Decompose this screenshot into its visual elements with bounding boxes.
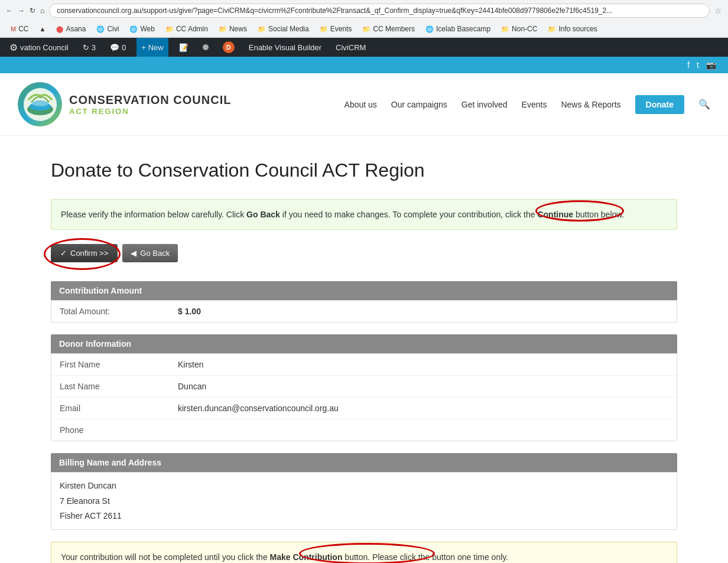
bookmark-web[interactable]: 🌐 Web [125,24,159,34]
bookmark-noncc[interactable]: 📁 Non-CC [496,24,542,34]
info-box-wrapper: Please verify the information below care… [51,199,677,230]
nav-news-reports[interactable]: News & Reports [561,97,620,112]
donor-info-header: Donor Information [51,334,677,353]
instagram-icon[interactable]: 📷 [706,60,716,70]
billing-name: Kirsten Duncan [60,479,668,493]
billing-street: 7 Eleanora St [60,494,668,509]
email-value: kirsten.duncan@conservationcouncil.org.a… [178,403,339,413]
back-arrow-icon: ◀ [131,249,136,258]
bookmark-asana[interactable]: ⬤ Asana [51,24,90,34]
last-name-label: Last Name [60,382,178,391]
folder-icon: 📁 [501,25,509,33]
admin-new-button[interactable]: + New [136,38,168,57]
logo-subtitle: ACT REGION [69,107,231,116]
site-header: CONSERVATION COUNCIL ACT REGION About us… [0,73,728,136]
folder-icon: 📁 [548,25,556,33]
continue-ref: Continue [537,210,573,219]
asana-icon: ⬤ [56,25,63,33]
bookmark-label: Info sources [558,25,597,33]
nav-forward-icon[interactable]: → [18,6,25,15]
warning-text-after: button. Please click the button one time… [342,552,508,562]
bookmark-label: Events [330,25,352,33]
svg-point-3 [32,100,48,106]
top-button-row: ✓ Confirm >> ◀ Go Back [51,244,178,262]
bookmark-icelab[interactable]: 🌐 Icelab Basecamp [421,24,495,34]
icelab-icon: 🌐 [425,25,434,33]
first-name-row: First Name Kirsten [51,354,677,376]
warning-text-before: Your contribution will not be completed … [61,552,270,562]
folder-icon: 📁 [320,25,328,33]
nav-back-icon[interactable]: ← [6,6,13,15]
bookmark-label: Asana [66,25,86,33]
total-value: $ 1.00 [178,307,201,316]
info-text-middle: if you need to make changes. To complete… [280,210,538,219]
folder-icon: 📁 [219,25,227,33]
bookmark-label: CC Members [373,25,415,33]
bookmark-infosources[interactable]: 📁 Info sources [543,24,602,34]
info-text-after: button below. [573,210,624,219]
civi-icon: 🌐 [96,25,105,33]
gmail-icon: M [11,25,16,32]
bookmark-label: Icelab Basecamp [436,25,490,33]
bookmark-drive[interactable]: ▲ [35,24,51,34]
wp-logo-icon: ⚙ [9,42,18,53]
bookmark-ccmembers[interactable]: 📁 CC Members [358,24,420,34]
search-icon[interactable]: 🔍 [698,99,710,110]
nav-get-involved[interactable]: Get involved [462,97,508,112]
bookmark-news[interactable]: 📁 News [214,24,252,34]
last-name-value: Duncan [178,382,206,391]
admin-bar: ⚙ vation Council ↻ 3 💬 0 + New 📝 D Enabl… [0,38,728,57]
logo-area[interactable]: CONSERVATION COUNCIL ACT REGION [18,82,231,126]
bookmark-ccadmin[interactable]: 📁 CC Admin [161,24,213,34]
admin-discourse[interactable]: D [219,38,238,57]
admin-updates[interactable]: ↻ 3 [79,38,99,57]
twitter-icon[interactable]: t [697,60,699,70]
go-back-button-top[interactable]: ◀ Go Back [122,244,178,262]
bookmark-events[interactable]: 📁 Events [315,24,357,34]
grey-dot-icon [203,44,209,50]
bookmark-label: CC [18,25,28,33]
billing-section: Billing Name and Address Kirsten Duncan … [51,453,677,530]
billing-city: Fisher ACT 2611 [60,509,668,523]
billing-address: Kirsten Duncan 7 Eleanora St Fisher ACT … [51,473,677,529]
billing-data: Kirsten Duncan 7 Eleanora St Fisher ACT … [51,472,677,530]
bookmark-star-icon[interactable]: ☆ [714,6,722,15]
total-amount-row: Total Amount: $ 1.00 [51,301,677,322]
first-name-label: First Name [60,360,178,369]
email-row: Email kirsten.duncan@conservationcouncil… [51,398,677,419]
url-bar[interactable]: conservationcouncil.org.au/support-us/gi… [49,4,710,18]
web-icon: 🌐 [129,25,138,33]
bookmark-social[interactable]: 📁 Social Media [253,24,314,34]
home-icon[interactable]: ⌂ [40,6,44,15]
folder-icon: 📁 [258,25,266,33]
folder-icon: 📁 [362,25,370,33]
confirm-button-top[interactable]: ✓ Confirm >> [51,244,118,262]
nav-about-us[interactable]: About us [344,97,377,112]
main-content: Donate to Conservation Council ACT Regio… [39,136,689,563]
email-label: Email [60,403,178,413]
first-name-value: Kirsten [178,360,204,369]
nav-donate-button[interactable]: Donate [635,95,684,114]
nav-our-campaigns[interactable]: Our campaigns [391,97,447,112]
contribution-amount-header: Contribution Amount [51,281,677,300]
logo-name: CONSERVATION COUNCIL [69,93,231,107]
bookmark-civi[interactable]: 🌐 Civi [92,24,124,34]
page-title: Donate to Conservation Council ACT Regio… [51,160,677,181]
refresh-icon[interactable]: ↻ [30,6,35,15]
bookmark-gmail[interactable]: M CC [6,24,34,34]
admin-comments[interactable]: 💬 0 [106,38,129,57]
facebook-icon[interactable]: f [687,60,690,70]
bookmarks-bar: M CC ▲ ⬤ Asana 🌐 Civi 🌐 Web 📁 CC Admin 📁… [0,21,728,37]
updates-icon: ↻ [83,43,89,52]
bookmark-label: Social Media [268,25,309,33]
nav-events[interactable]: Events [522,97,547,112]
plus-icon: + [141,43,146,52]
admin-circle-grey [199,38,212,57]
admin-site-name[interactable]: ⚙ vation Council [6,38,72,57]
admin-civicrm[interactable]: CiviCRM [332,38,369,57]
bookmark-label: News [229,25,247,33]
drive-icon: ▲ [40,25,46,32]
logo-icon [18,82,62,126]
admin-notepad[interactable]: 📝 [176,38,192,57]
admin-visual-builder[interactable]: Enable Visual Builder [245,38,325,57]
